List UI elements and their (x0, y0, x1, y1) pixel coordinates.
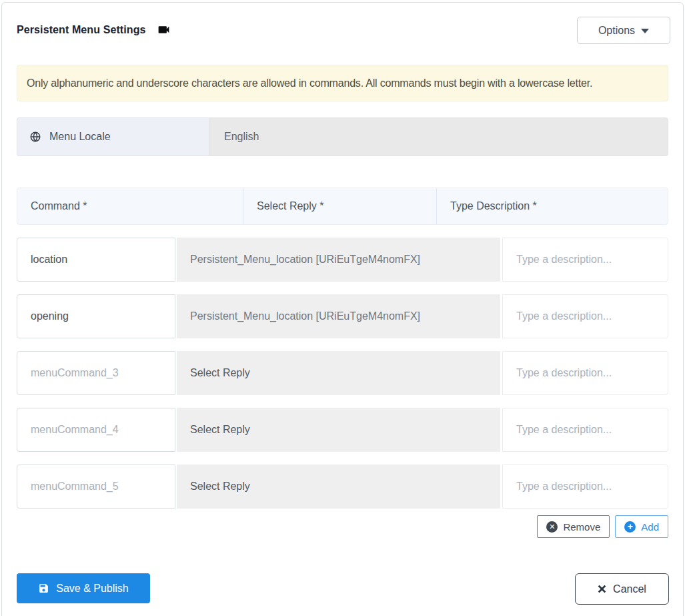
save-publish-label: Save & Publish (56, 583, 129, 595)
commands-table: Command * Select Reply * Type Descriptio… (17, 188, 668, 509)
command-input[interactable] (17, 408, 175, 452)
description-input[interactable] (502, 351, 668, 395)
command-input[interactable] (17, 238, 175, 282)
persistent-menu-settings-card: Persistent Menu Settings Options Only al… (1, 2, 684, 616)
cancel-label: Cancel (613, 583, 646, 595)
card-footer: Save & Publish Cancel (2, 573, 683, 607)
menu-locale-value-text: English (224, 131, 259, 143)
select-reply-text: Select Reply (190, 424, 250, 436)
save-publish-button[interactable]: Save & Publish (17, 573, 150, 603)
remove-row-button[interactable]: ✕ Remove (537, 515, 610, 538)
description-input[interactable] (502, 238, 668, 282)
description-input[interactable] (502, 465, 668, 509)
cancel-button[interactable]: Cancel (575, 573, 669, 605)
select-reply-button[interactable]: Persistent_Menu_location [URiEuTgeM4nomF… (177, 294, 500, 338)
table-row: Select Reply (17, 351, 668, 395)
description-input[interactable] (502, 294, 668, 338)
menu-locale-label-text: Menu Locale (49, 131, 111, 143)
commands-warning-text: Only alphanumeric and underscore charact… (27, 77, 592, 89)
select-reply-button[interactable]: Select Reply (177, 465, 500, 509)
description-input[interactable] (502, 408, 668, 452)
command-input[interactable] (17, 294, 175, 338)
menu-locale-value: English (209, 117, 668, 156)
table-row: Persistent_Menu_location [URiEuTgeM4nomF… (17, 294, 668, 338)
floppy-disk-icon (38, 583, 49, 594)
add-button-label: Add (641, 521, 659, 533)
page-title: Persistent Menu Settings (17, 24, 146, 36)
select-reply-text: Persistent_Menu_location [URiEuTgeM4nomF… (190, 254, 420, 266)
select-reply-text: Select Reply (190, 481, 250, 493)
table-row: Persistent_Menu_location [URiEuTgeM4nomF… (17, 238, 668, 282)
column-header-command: Command * (17, 188, 243, 224)
table-row: Select Reply (17, 465, 668, 509)
circle-x-icon: ✕ (546, 521, 558, 533)
x-icon (598, 585, 606, 593)
menu-locale-group: Menu Locale English (17, 117, 668, 156)
add-row-button[interactable]: + Add (615, 515, 668, 538)
options-button[interactable]: Options (577, 17, 670, 44)
card-header: Persistent Menu Settings Options (2, 3, 683, 47)
row-actions: ✕ Remove + Add (17, 515, 668, 538)
table-row: Select Reply (17, 408, 668, 452)
chevron-down-icon (641, 29, 649, 33)
select-reply-text: Select Reply (190, 367, 250, 379)
command-input[interactable] (17, 465, 175, 509)
select-reply-button[interactable]: Persistent_Menu_location [URiEuTgeM4nomF… (177, 238, 500, 282)
commands-warning-alert: Only alphanumeric and underscore charact… (17, 65, 668, 101)
options-button-label: Options (598, 25, 635, 37)
select-reply-button[interactable]: Select Reply (177, 408, 500, 452)
commands-table-header: Command * Select Reply * Type Descriptio… (17, 188, 668, 225)
select-reply-text: Persistent_Menu_location [URiEuTgeM4nomF… (190, 310, 420, 322)
select-reply-button[interactable]: Select Reply (177, 351, 500, 395)
circle-plus-icon: + (624, 521, 636, 533)
command-input[interactable] (17, 351, 175, 395)
column-header-type-description: Type Description * (436, 188, 668, 224)
videocam-icon (157, 23, 171, 37)
globe-icon (29, 131, 41, 143)
menu-locale-label: Menu Locale (17, 117, 209, 156)
column-header-select-reply: Select Reply * (243, 188, 436, 224)
remove-button-label: Remove (563, 521, 600, 533)
